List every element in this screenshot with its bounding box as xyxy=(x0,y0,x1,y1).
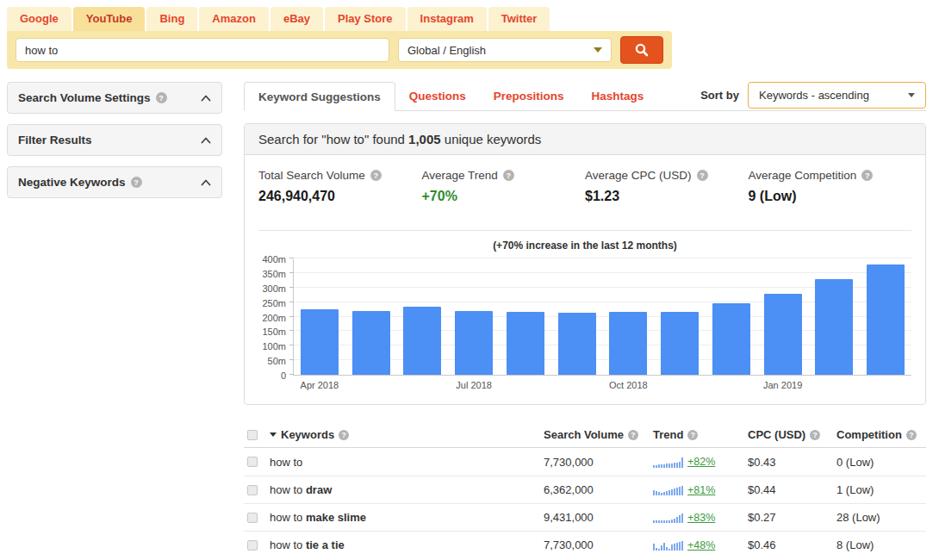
competition-cell: 1 (Low) xyxy=(836,483,926,496)
competition-cell: 28 (Low) xyxy=(836,511,926,524)
trend-percent-link[interactable]: +48% xyxy=(687,539,715,551)
platform-tab-amazon[interactable]: Amazon xyxy=(199,7,269,31)
sidebar-panel-negative-keywords[interactable]: Negative Keywords? xyxy=(7,166,222,198)
header-keywords[interactable]: Keywords ? xyxy=(270,428,544,441)
trend-percent-link[interactable]: +81% xyxy=(687,484,715,496)
tab-prepositions[interactable]: Prepositions xyxy=(480,82,578,110)
search-volume-cell: 9,431,000 xyxy=(544,511,653,524)
search-volume-cell: 7,730,000 xyxy=(544,456,653,469)
platform-tab-instagram[interactable]: Instagram xyxy=(407,7,487,31)
trend-percent-link[interactable]: +83% xyxy=(687,512,715,524)
y-axis-label: 150m xyxy=(262,327,286,337)
tab-questions[interactable]: Questions xyxy=(395,82,480,110)
chart-bar xyxy=(301,309,339,375)
header-search-volume[interactable]: Search Volume ? xyxy=(544,428,653,441)
row-checkbox[interactable] xyxy=(247,485,258,495)
y-axis-label: 50m xyxy=(268,356,286,366)
header-cpc[interactable]: CPC (USD) ? xyxy=(748,428,836,441)
y-axis-tick xyxy=(289,272,294,273)
results-panel: Search for "how to" found 1,005 unique k… xyxy=(244,123,926,405)
help-icon[interactable]: ? xyxy=(861,170,873,181)
stat-value: +70% xyxy=(422,189,586,204)
y-axis: 050m100m150m200m250m300m350m400m xyxy=(258,259,293,376)
stats-row: Total Search Volume?246,940,470Average T… xyxy=(245,155,925,230)
keywords-table: Keywords ? Search Volume ? Trend ? CPC (… xyxy=(244,422,926,558)
sidebar-panel-filter-results[interactable]: Filter Results xyxy=(7,124,222,156)
keyword-prefix: how to xyxy=(270,456,302,469)
select-all-checkbox[interactable] xyxy=(247,430,258,440)
tab-keyword-suggestions[interactable]: Keyword Suggestions xyxy=(244,82,395,111)
chevron-up-icon xyxy=(201,179,211,186)
stat-value: 246,940,470 xyxy=(258,189,422,204)
help-icon[interactable]: ? xyxy=(156,92,167,103)
y-axis-label: 300m xyxy=(262,283,286,294)
header-trend[interactable]: Trend ? xyxy=(653,428,748,441)
help-icon[interactable]: ? xyxy=(370,170,382,181)
chart-bar xyxy=(764,294,802,376)
panel-label: Search Volume Settings xyxy=(18,91,151,104)
region-language-value: Global / English xyxy=(407,44,486,57)
header-competition[interactable]: Competition ? xyxy=(836,428,926,441)
platform-tab-play-store[interactable]: Play Store xyxy=(325,7,406,31)
trend-sparkline-icon xyxy=(653,512,683,523)
y-axis-tick xyxy=(289,302,294,302)
help-icon[interactable]: ? xyxy=(339,430,349,440)
panel-label: Negative Keywords xyxy=(18,176,126,189)
trend-cell: +83% xyxy=(653,512,748,524)
search-volume-cell: 6,362,000 xyxy=(544,483,653,496)
help-icon[interactable]: ? xyxy=(906,430,917,440)
platform-tab-twitter[interactable]: Twitter xyxy=(488,7,550,31)
sort-select-value: Keywords - ascending xyxy=(759,89,869,102)
help-icon[interactable]: ? xyxy=(131,177,142,188)
cpc-cell: $0.27 xyxy=(748,511,836,524)
results-summary-prefix: Search for "how to" found xyxy=(258,132,408,146)
y-axis-tick xyxy=(289,359,294,360)
sidebar-panel-search-volume-settings[interactable]: Search Volume Settings? xyxy=(7,82,222,114)
help-icon[interactable]: ? xyxy=(687,430,698,440)
competition-cell: 8 (Low) xyxy=(836,538,926,551)
platform-tab-bing[interactable]: Bing xyxy=(146,7,197,31)
trend-cell: +48% xyxy=(653,539,748,551)
tab-hashtags[interactable]: Hashtags xyxy=(578,82,658,110)
help-icon[interactable]: ? xyxy=(628,430,638,440)
platform-tab-youtube[interactable]: YouTube xyxy=(73,7,146,31)
y-axis-label: 200m xyxy=(262,313,286,323)
stat-label: Average Competition? xyxy=(749,169,912,182)
chevron-down-icon xyxy=(594,47,602,53)
y-axis-label: 0 xyxy=(281,370,286,381)
results-summary-suffix: unique keywords xyxy=(441,132,542,146)
chevron-up-icon xyxy=(201,137,211,144)
stat-label-text: Average CPC (USD) xyxy=(585,169,692,182)
help-icon[interactable]: ? xyxy=(810,430,820,440)
stat-label-text: Average Trend xyxy=(422,169,498,182)
x-axis-label: Jul 2018 xyxy=(456,380,492,390)
stat-label-text: Average Competition xyxy=(749,169,857,182)
row-checkbox[interactable] xyxy=(247,513,258,523)
sort-direction-icon xyxy=(270,432,277,437)
platform-tab-google[interactable]: Google xyxy=(7,7,72,31)
platform-tab-ebay[interactable]: eBay xyxy=(271,7,323,31)
row-checkbox[interactable] xyxy=(247,540,258,551)
header-cpc-label: CPC (USD) xyxy=(748,428,805,441)
keyword-bold: make slime xyxy=(306,511,366,524)
results-count: 1,005 xyxy=(408,132,441,146)
help-icon[interactable]: ? xyxy=(503,170,514,181)
row-checkbox[interactable] xyxy=(247,457,258,467)
region-language-select[interactable]: Global / English xyxy=(398,38,612,62)
cpc-cell: $0.46 xyxy=(748,538,836,551)
x-axis-label: Apr 2018 xyxy=(301,380,339,390)
y-axis-label: 250m xyxy=(262,298,286,308)
chart-bar xyxy=(815,279,853,375)
cpc-cell: $0.43 xyxy=(748,456,836,469)
search-bar: Global / English xyxy=(7,31,672,69)
keyword-prefix: how to xyxy=(270,538,306,551)
keyword-search-input[interactable] xyxy=(16,38,389,62)
help-icon[interactable]: ? xyxy=(697,170,708,181)
table-row: how to draw6,362,000+81%$0.441 (Low) xyxy=(244,476,926,503)
search-button[interactable] xyxy=(620,36,663,64)
keyword-cell: how to draw xyxy=(270,483,544,496)
trend-percent-link[interactable]: +82% xyxy=(687,456,715,468)
sort-select[interactable]: Keywords - ascending xyxy=(748,82,926,109)
keyword-prefix: how to xyxy=(270,511,306,524)
chart-bar xyxy=(609,312,647,375)
